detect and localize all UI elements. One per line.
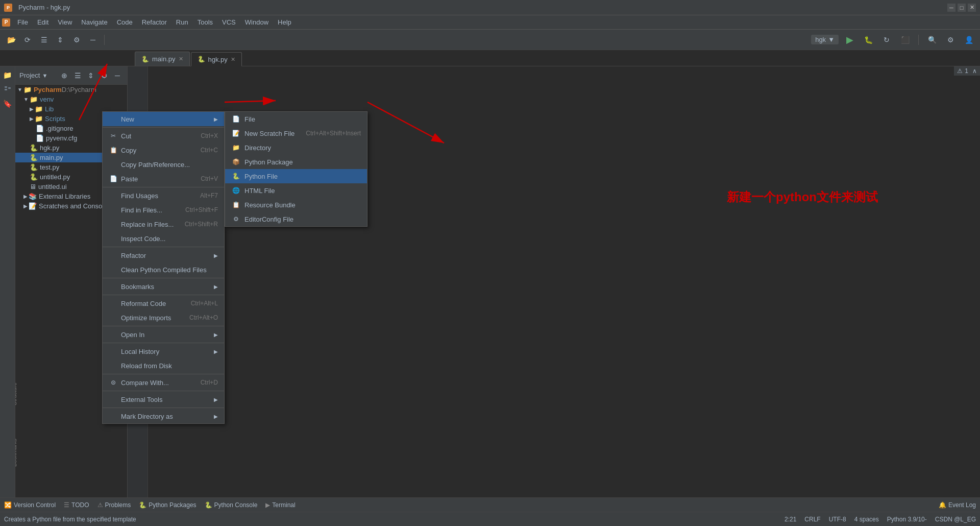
cm-item-copy-path[interactable]: Copy Path/Reference... <box>103 157 224 172</box>
bottom-terminal[interactable]: ▶ Terminal <box>265 501 295 509</box>
status-python-version[interactable]: Python 3.9/10- <box>887 516 927 523</box>
tab-hgk-py-close[interactable]: ✕ <box>231 56 235 63</box>
cm-item-local-history[interactable]: Local History ▶ <box>103 344 224 358</box>
debug-button[interactable]: 🐛 <box>861 33 875 47</box>
tab-hgk-py[interactable]: 🐍 hgk.py ✕ <box>191 52 242 66</box>
cm-item-paste[interactable]: 📄 Paste Ctrl+V <box>103 172 224 186</box>
project-selector-label: hgk <box>815 36 826 43</box>
tree-label-venv: venv <box>40 95 54 103</box>
cm-item-external-tools[interactable]: External Tools ▶ <box>103 392 224 407</box>
status-indent[interactable]: 4 spaces <box>854 516 879 523</box>
sidebar-icon-bookmark[interactable]: 🔖 <box>1 97 14 110</box>
profile-button[interactable]: 👤 <box>962 33 976 47</box>
cm-sep-6 <box>103 326 224 326</box>
rerun-button[interactable]: ↻ <box>879 33 894 47</box>
minimize-button[interactable]: ─ <box>947 4 955 12</box>
run-button[interactable]: ▶ <box>843 33 857 47</box>
cm-item-compare[interactable]: ⊜ Compare With... Ctrl+D <box>103 375 224 390</box>
cm-new-python-file[interactable]: 🐍 Python File <box>225 169 367 183</box>
cm-shortcut-copy: Ctrl+C <box>201 147 218 154</box>
menu-help[interactable]: Help <box>274 17 296 27</box>
status-position[interactable]: 2:21 <box>785 516 796 523</box>
cm-item-reload[interactable]: Reload from Disk <box>103 358 224 373</box>
maximize-button[interactable]: □ <box>958 4 966 12</box>
tree-icon-root: 📁 <box>23 86 32 93</box>
menu-refactor[interactable]: Refactor <box>138 17 171 27</box>
cm-new-editorconfig[interactable]: ⚙ EditorConfig File <box>225 212 367 226</box>
toolbar-open-btn[interactable]: 📂 <box>4 33 18 47</box>
warning-count: 1 <box>965 67 968 75</box>
cm-item-refactor[interactable]: Refactor ▶ <box>103 248 224 262</box>
cm-new-file[interactable]: 📄 File <box>225 112 367 126</box>
project-selector[interactable]: hgk ▼ <box>811 35 839 44</box>
cm-new-scratch[interactable]: 📝 New Scratch File Ctrl+Alt+Shift+Insert <box>225 126 367 140</box>
tree-item-root[interactable]: ▼ 📁 Pycharm D:\Pycharm <box>15 85 127 94</box>
search-button[interactable]: 🔍 <box>925 33 939 47</box>
cm-label-cut: Cut <box>121 132 192 140</box>
cm-new-directory[interactable]: 📁 Directory <box>225 140 367 155</box>
sidebar-icon-structure[interactable] <box>1 83 14 96</box>
close-button[interactable]: ✕ <box>968 4 976 12</box>
cm-new-resource-bundle[interactable]: 📋 Resource Bundle <box>225 198 367 212</box>
tab-main-py-close[interactable]: ✕ <box>179 56 183 62</box>
cm-item-find-usages[interactable]: Find Usages Alt+F7 <box>103 188 224 203</box>
tab-main-py[interactable]: 🐍 main.py ✕ <box>135 52 190 66</box>
toolbar-collapse-btn[interactable]: ─ <box>86 33 100 47</box>
cm-item-new[interactable]: New ▶ <box>103 112 224 126</box>
cm-item-optimize-imports[interactable]: Optimize Imports Ctrl+Alt+O <box>103 310 224 325</box>
stop-button[interactable]: ⬛ <box>898 33 912 47</box>
tree-locate-btn[interactable]: ⊕ <box>59 70 70 81</box>
cm-shortcut-replace-in-files: Ctrl+Shift+R <box>185 221 218 228</box>
cm-shortcut-cut: Ctrl+X <box>201 132 218 139</box>
cm-item-inspect[interactable]: Inspect Code... <box>103 231 224 246</box>
cm-icon-inspect <box>109 234 118 243</box>
menu-file[interactable]: File <box>13 17 32 27</box>
tree-icon-venv: 📁 <box>30 95 38 103</box>
cm-item-bookmarks[interactable]: Bookmarks ▶ <box>103 279 224 294</box>
settings-button[interactable]: ⚙ <box>943 33 958 47</box>
toolbar-list-btn[interactable]: ☰ <box>37 33 51 47</box>
cm-item-copy[interactable]: 📋 Copy Ctrl+C <box>103 143 224 157</box>
bottom-python-packages[interactable]: 🐍 Python Packages <box>139 501 196 509</box>
toolbar-sync-btn[interactable]: ⟳ <box>20 33 35 47</box>
cm-item-mark-dir[interactable]: Mark Directory as ▶ <box>103 409 224 423</box>
tree-sort-btn[interactable]: ⇕ <box>85 70 96 81</box>
cm-item-clean-compiled[interactable]: Clean Python Compiled Files <box>103 262 224 277</box>
menu-code[interactable]: Code <box>113 17 137 27</box>
sidebar-icon-project[interactable]: 📁 <box>1 68 14 82</box>
toolbar-sort-btn[interactable]: ⇕ <box>53 33 67 47</box>
menu-edit[interactable]: Edit <box>33 17 53 27</box>
menu-view[interactable]: View <box>54 17 76 27</box>
bottom-version-control[interactable]: 🔀 Version Control <box>4 501 56 509</box>
project-dropdown-icon[interactable]: ▼ <box>42 73 47 79</box>
cm-item-cut[interactable]: ✂ Cut Ctrl+X <box>103 129 224 143</box>
menu-run[interactable]: Run <box>172 17 192 27</box>
cm-new-python-package[interactable]: 📦 Python Package <box>225 155 367 169</box>
cm-label-optimize-imports: Optimize Imports <box>121 314 181 322</box>
tree-collapse-btn[interactable]: ─ <box>112 70 123 81</box>
cm-item-open-in[interactable]: Open In ▶ <box>103 327 224 342</box>
status-line-ending[interactable]: CRLF <box>804 516 820 523</box>
warning-indicator[interactable]: ⚠ 1 ∧ <box>954 66 980 76</box>
python-packages-icon: 🐍 <box>139 501 146 509</box>
menu-window[interactable]: Window <box>241 17 273 27</box>
menu-vcs[interactable]: VCS <box>218 17 240 27</box>
tree-settings-btn[interactable]: ⚙ <box>99 70 110 81</box>
status-encoding[interactable]: UTF-8 <box>829 516 846 523</box>
cm-item-replace-in-files[interactable]: Replace in Files... Ctrl+Shift+R <box>103 217 224 231</box>
bottom-problems[interactable]: ⚠ Problems <box>97 501 131 509</box>
title-bar-controls[interactable]: ─ □ ✕ <box>947 4 976 12</box>
event-log-icon: 🔔 <box>939 501 946 509</box>
menu-tools[interactable]: Tools <box>193 17 217 27</box>
toolbar-settings-btn[interactable]: ⚙ <box>69 33 84 47</box>
tree-item-venv[interactable]: ▼ 📁 venv <box>15 94 127 104</box>
bottom-todo[interactable]: ☰ TODO <box>64 501 89 509</box>
event-log-item[interactable]: 🔔 Event Log <box>939 501 976 509</box>
menu-navigate[interactable]: Navigate <box>77 17 111 27</box>
tree-icon-untitled-ui: 🖥 <box>30 183 36 190</box>
tree-list-btn[interactable]: ☰ <box>72 70 83 81</box>
bottom-python-console[interactable]: 🐍 Python Console <box>205 501 258 509</box>
cm-item-reformat[interactable]: Reformat Code Ctrl+Alt+L <box>103 296 224 310</box>
cm-new-html-file[interactable]: 🌐 HTML File <box>225 183 367 198</box>
cm-item-find-in-files[interactable]: Find in Files... Ctrl+Shift+F <box>103 203 224 217</box>
